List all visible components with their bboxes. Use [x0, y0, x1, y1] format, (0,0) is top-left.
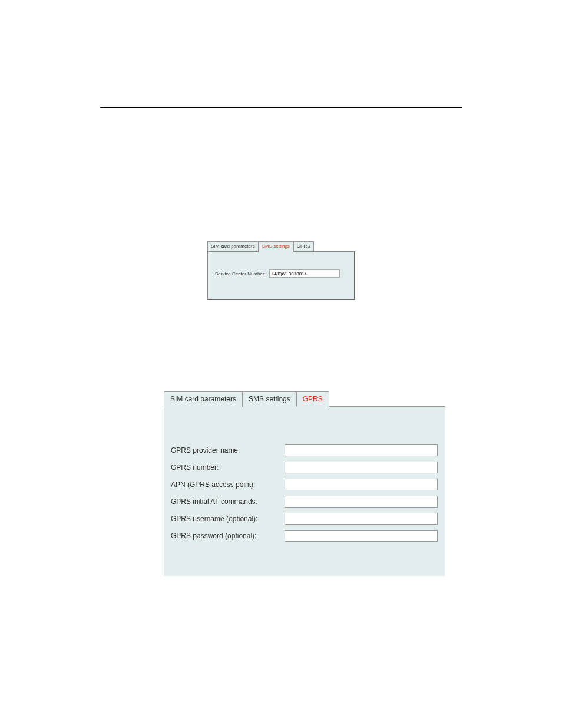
gprs-at-input[interactable] — [285, 496, 438, 508]
gprs-panel-body: GPRS provider name: GPRS number: APN (GP… — [164, 406, 445, 576]
gprs-at-row: GPRS initial AT commands: — [171, 496, 438, 508]
tabstrip-large: SIM card parameters SMS settings GPRS — [164, 391, 445, 407]
apn-row: APN (GPRS access point): — [171, 479, 438, 490]
gprs-password-row: GPRS password (optional): — [171, 530, 438, 542]
gprs-at-label: GPRS initial AT commands: — [171, 498, 285, 506]
gprs-password-label: GPRS password (optional): — [171, 532, 285, 540]
tab-gprs-small[interactable]: GPRS — [293, 241, 314, 252]
tabstrip-small: SIM card parameters SMS settings GPRS — [207, 241, 355, 252]
horizontal-rule — [100, 107, 462, 108]
service-center-label: Service Center Number: — [215, 271, 266, 276]
service-center-input[interactable] — [269, 269, 340, 278]
gprs-provider-input[interactable] — [285, 444, 438, 456]
gprs-username-row: GPRS username (optional): — [171, 513, 438, 525]
sms-settings-panel: SIM card parameters SMS settings GPRS Se… — [207, 241, 355, 301]
gprs-number-input[interactable] — [285, 462, 438, 473]
sms-panel-body: Service Center Number: — [207, 251, 355, 300]
apn-input[interactable] — [285, 479, 438, 490]
gprs-number-label: GPRS number: — [171, 463, 285, 472]
gprs-username-input[interactable] — [285, 513, 438, 525]
gprs-provider-label: GPRS provider name: — [171, 446, 285, 454]
gprs-password-input[interactable] — [285, 530, 438, 542]
gprs-provider-row: GPRS provider name: — [171, 444, 438, 456]
service-center-row: Service Center Number: — [215, 269, 340, 278]
gprs-settings-panel: SIM card parameters SMS settings GPRS GP… — [164, 391, 445, 577]
tab-sms-small[interactable]: SMS settings — [259, 241, 293, 252]
tab-gprs-large[interactable]: GPRS — [296, 391, 329, 407]
tab-sms-large[interactable]: SMS settings — [242, 391, 297, 407]
tab-sim-large[interactable]: SIM card parameters — [164, 391, 243, 407]
apn-label: APN (GPRS access point): — [171, 480, 285, 489]
gprs-number-row: GPRS number: — [171, 462, 438, 473]
tab-sim-small[interactable]: SIM card parameters — [207, 241, 259, 252]
gprs-username-label: GPRS username (optional): — [171, 515, 285, 523]
